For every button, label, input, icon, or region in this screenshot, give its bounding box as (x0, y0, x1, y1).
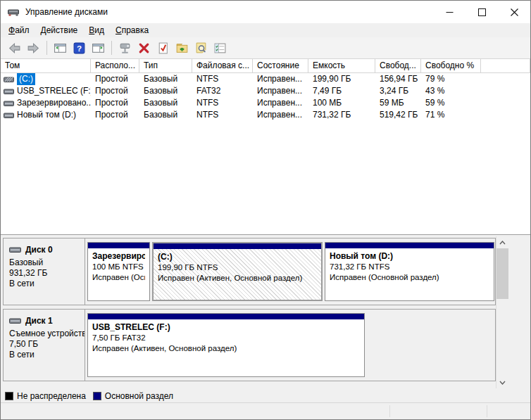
disk-icon (9, 246, 21, 253)
unallocated-swatch (5, 392, 13, 400)
folder-up-button[interactable] (173, 39, 191, 57)
volume-fs: FAT32 (192, 85, 253, 97)
menu-action-rest: ействие (46, 25, 78, 35)
explore-view-button[interactable] (192, 39, 210, 57)
col-header-layout[interactable]: Располо... (91, 59, 139, 73)
rescan-disks-button[interactable] (116, 39, 134, 57)
legend-bar: Не распределена Основной раздел (1, 390, 530, 402)
col-header-filesystem[interactable]: Файловая с... (192, 59, 253, 73)
col-header-capacity[interactable]: Емкость (308, 59, 375, 73)
action-pane-icon (92, 42, 105, 55)
check-document-button[interactable] (154, 39, 172, 57)
partition-size-fs: 731,32 ГБ NTFS (330, 262, 489, 272)
col-header-free[interactable]: Свобод... (375, 59, 421, 73)
menu-help-rest: правка (122, 25, 149, 35)
volume-row-new-volume-d[interactable]: Новый том (D:) Простой Базовый NTFS Испр… (1, 109, 530, 121)
volume-free-pct: 43 % (421, 85, 481, 97)
disk-0-name: Диск 0 (25, 245, 53, 255)
maximize-button[interactable] (466, 1, 498, 23)
partition-new-volume-d[interactable]: Новый том (D:) 731,32 ГБ NTFS Исправен (… (325, 242, 494, 301)
col-header-filler (481, 59, 530, 73)
title-bar: Управление дисками (1, 1, 530, 23)
disk-0-info[interactable]: Диск 0 Базовый 931,32 ГБ В сети (4, 238, 85, 305)
volume-filler (481, 97, 530, 109)
delete-icon (137, 42, 151, 55)
close-button[interactable] (498, 1, 530, 23)
col-header-type[interactable]: Тип (139, 59, 192, 73)
scroll-down-button[interactable] (496, 376, 508, 388)
volume-status: Исправен... (253, 85, 308, 97)
partition-c-selected[interactable]: (C:) 199,90 ГБ NTFS Исправен (Активен, О… (152, 242, 323, 301)
rescan-disks-icon (118, 42, 132, 55)
folder-up-icon (175, 42, 189, 55)
chevron-down-icon (499, 381, 506, 385)
volume-filler (481, 85, 530, 97)
volume-filler (481, 73, 530, 85)
disk-0-partitions: Зарезервировано 100 МБ NTFS Исправен (Ос… (85, 238, 495, 305)
toolbar: ? (1, 37, 530, 59)
volume-free: 156,94 ГБ (375, 73, 421, 85)
volume-capacity: 7,49 ГБ (308, 85, 375, 97)
disk-1-info[interactable]: Диск 1 Съемное устройство 7,50 ГБ В сети (4, 310, 85, 381)
volume-free: 3,24 ГБ (375, 85, 421, 97)
volume-status: Исправен... (253, 73, 308, 85)
options-list-button[interactable] (211, 39, 229, 57)
check-document-icon (156, 42, 170, 55)
show-console-tree-button[interactable] (51, 39, 69, 57)
partition-usb-strelec-f[interactable]: USB_STRELEC (F:) 7,50 ГБ FAT32 Исправен … (87, 313, 365, 377)
partition-size-fs: 7,50 ГБ FAT32 (92, 333, 360, 343)
show-action-pane-button[interactable] (89, 39, 107, 57)
volume-name: Новый том (D:) (17, 109, 76, 121)
partition-system-reserved[interactable]: Зарезервировано 100 МБ NTFS Исправен (Ос… (87, 242, 150, 301)
scroll-up-button[interactable] (496, 236, 508, 248)
partition-title: USB_STRELEC (F:) (92, 322, 360, 333)
volume-free-pct: 59 % (421, 97, 481, 109)
partition-color-bar (88, 243, 149, 248)
volume-row-reserved[interactable]: Зарезервировано... Простой Базовый NTFS … (1, 97, 530, 109)
back-button[interactable] (6, 39, 23, 57)
volume-row-c[interactable]: (C:) Простой Базовый NTFS Исправен... 19… (1, 73, 530, 85)
partition-title: Зарезервировано (92, 250, 145, 262)
disk-1-name: Диск 1 (25, 316, 53, 326)
partition-status: Исправен (Активен, Основной раздел) (92, 343, 360, 354)
volume-layout: Простой (91, 109, 139, 121)
volume-status: Исправен... (253, 97, 308, 109)
col-header-volume[interactable]: Том (1, 59, 91, 73)
partition-color-bar (154, 243, 321, 249)
col-header-status[interactable]: Состояние (253, 59, 308, 73)
status-bar (1, 402, 530, 419)
volume-drive-icon (4, 88, 14, 95)
volume-row-usb-strelec[interactable]: USB_STRELEC (F:) Простой Базовый FAT32 И… (1, 85, 530, 97)
disk-1-row: Диск 1 Съемное устройство 7,50 ГБ В сети… (3, 309, 496, 381)
menu-view[interactable]: Вид (83, 24, 110, 37)
menu-action-key: Д (41, 25, 46, 35)
menu-bar: Файл Действие Вид Справка (1, 23, 530, 37)
menu-file[interactable]: Файл (3, 24, 35, 37)
partition-size-fs: 199,90 ГБ NTFS (158, 262, 317, 273)
disk-1-title: Диск 1 (9, 316, 85, 326)
unallocated-label: Не распределена (17, 391, 86, 401)
help-icon: ? (73, 42, 86, 55)
forward-button[interactable] (25, 39, 42, 57)
disk-0-title: Диск 0 (9, 245, 85, 255)
partition-status: Исправен (Активен, Основной раздел) (158, 273, 317, 284)
delete-volume-button[interactable] (135, 39, 153, 57)
window-controls (433, 1, 530, 23)
partition-title: (C:) (158, 251, 317, 262)
volume-list-header: Том Располо... Тип Файловая с... Состоян… (1, 59, 530, 73)
help-button[interactable]: ? (70, 39, 88, 57)
menu-file-key: Ф (8, 25, 15, 35)
volume-fs: NTFS (192, 73, 253, 85)
vertical-scrollbar[interactable] (496, 236, 508, 388)
volume-layout: Простой (91, 73, 139, 85)
disk-icon (9, 317, 21, 324)
volume-free-pct: 79 % (421, 73, 481, 85)
menu-help[interactable]: Справка (110, 24, 154, 37)
volume-name: Зарезервировано... (17, 97, 91, 109)
scrollbar-thumb[interactable] (496, 248, 508, 299)
minimize-button[interactable] (433, 1, 466, 23)
menu-action[interactable]: Действие (35, 24, 84, 37)
col-header-free-pct[interactable]: Свободно % (421, 59, 481, 73)
disk-0-kind: Базовый (9, 257, 85, 268)
volume-type: Базовый (139, 109, 192, 121)
